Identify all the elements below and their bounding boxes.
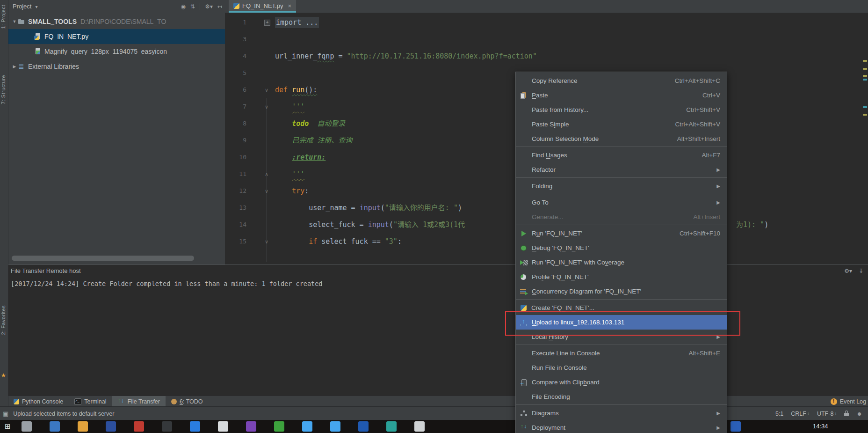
error-stripe-mark[interactable] — [863, 68, 867, 70]
settings-gear-icon[interactable]: ⚙▾ — [205, 0, 213, 13]
event-log-button[interactable]: Event Log — [831, 398, 868, 405]
caret-position-widget[interactable]: 5:1 — [775, 411, 783, 417]
error-stripe-mark[interactable] — [863, 114, 867, 116]
menu-item-deployment[interactable]: Deployment▶ — [516, 420, 727, 433]
icon-slot — [520, 350, 528, 357]
code-line-4[interactable]: 4url_inner_fqnp = "http://10.17.251.16:8… — [225, 48, 861, 65]
code-line-1[interactable]: 1+import ... — [225, 14, 861, 31]
tree-row-small-tools[interactable]: ▼SMALL_TOOLSD:\RINPO\CODE\SMALL_TO — [8, 14, 225, 29]
scroll-to-end-icon[interactable]: ↧ — [859, 265, 863, 277]
readonly-lock-icon[interactable] — [844, 413, 849, 416]
menu-item-paste-simple[interactable]: Paste SimpleCtrl+Alt+Shift+V — [516, 117, 727, 132]
chevron-expanded-icon[interactable]: ▼ — [11, 19, 18, 24]
taskbar-app-icon-10[interactable] — [274, 421, 284, 432]
diagrams-icon — [520, 410, 528, 417]
menu-item-run-fq-in-net[interactable]: Run 'FQ_IN_NET'Ctrl+Shift+F10 — [516, 226, 727, 241]
toolwindow-button-project[interactable]: 1: Project — [0, 5, 6, 29]
tool-tab-terminal[interactable]: Terminal — [69, 396, 112, 407]
tool-tab-6-todo[interactable]: 6: TODO — [166, 396, 209, 407]
start-button[interactable]: ⊞ — [5, 422, 11, 431]
menu-item-label: Run File in Console — [532, 364, 587, 371]
menu-item-diagrams[interactable]: Diagrams▶ — [516, 406, 727, 420]
menu-item-debug-fq-in-net[interactable]: Debug 'FQ_IN_NET' — [516, 241, 727, 255]
menu-item-paste[interactable]: PasteCtrl+V — [516, 88, 727, 103]
project-panel-title[interactable]: Project — [13, 3, 31, 10]
toolwindow-button-favorites[interactable]: 2: Favorites — [0, 305, 6, 335]
fold-marker-icon[interactable]: ∨ — [262, 233, 271, 250]
locate-icon[interactable]: ◉ — [181, 0, 186, 13]
taskbar-app-icon-15[interactable] — [414, 421, 425, 432]
editor-tab[interactable]: FQ_IN_NET.py × — [229, 0, 296, 13]
fold-marker-icon[interactable]: ∨ — [262, 98, 271, 115]
error-stripe-mark[interactable] — [863, 79, 867, 81]
menu-item-generate[interactable]: Generate...Alt+Insert — [516, 210, 727, 224]
chevron-down-icon[interactable]: ▾ — [35, 4, 37, 9]
menu-item-run-fq-in-net-with-coverage[interactable]: Run 'FQ_IN_NET' with Coverage — [516, 255, 727, 270]
horizontal-scrollbar[interactable] — [12, 256, 194, 261]
tool-tab-python-console[interactable]: Python Console — [8, 396, 69, 407]
menu-item-go-to[interactable]: Go To▶ — [516, 195, 727, 210]
bottom-tool-tabs: Python ConsoleTerminalFile Transfer6: TO… — [8, 396, 868, 407]
menu-item-file-encoding[interactable]: File Encoding — [516, 389, 727, 404]
taskbar-app-icon-8[interactable] — [218, 421, 228, 432]
line-number: 15 — [225, 233, 246, 250]
tree-row-magnify-query-128px-1194075-easyicon[interactable]: Magnify_query_128px_1194075_easyicon — [8, 44, 225, 59]
code-text: ''' — [275, 98, 304, 115]
menu-item-find-usages[interactable]: Find UsagesAlt+F7 — [516, 148, 727, 162]
taskbar-app-icon-2[interactable] — [50, 421, 60, 432]
tree-item-path: D:\RINPO\CODE\SMALL_TO — [80, 18, 166, 25]
icon-slot — [520, 166, 528, 174]
error-stripe-mark[interactable] — [863, 75, 867, 77]
taskbar-app-icon-3[interactable] — [78, 421, 88, 432]
concurrency-icon — [520, 288, 528, 295]
error-stripe-mark[interactable] — [863, 60, 867, 62]
tool-tab-file-transfer[interactable]: File Transfer — [112, 396, 166, 407]
menu-item-concurrency-diagram-for-fq-in-net[interactable]: Concurrency Diagram for 'FQ_IN_NET' — [516, 284, 727, 299]
tree-row-fq-in-net-py[interactable]: FQ_IN_NET.py — [8, 29, 225, 44]
code-line-3[interactable]: 3 — [225, 31, 861, 48]
collapse-all-icon[interactable]: ⇅ — [190, 0, 195, 13]
taskbar-app-icon-11[interactable] — [302, 421, 312, 432]
menu-item-folding[interactable]: Folding▶ — [516, 179, 727, 193]
chevron-collapsed-icon[interactable]: ▶ — [11, 64, 18, 69]
taskbar-app-icon-12[interactable] — [330, 421, 340, 432]
menu-item-compare-with-clipboard[interactable]: Compare with Clipboard — [516, 375, 727, 389]
menu-item-execute-line-in-console[interactable]: Execute Line in ConsoleAlt+Shift+E — [516, 346, 727, 360]
menu-item-column-selection-mode[interactable]: Column Selection ModeAlt+Shift+Insert — [516, 132, 727, 146]
line-ending-widget[interactable]: CRLF↕ — [791, 411, 810, 417]
menu-separator — [516, 299, 727, 301]
paste-icon — [520, 92, 528, 99]
encoding-widget[interactable]: UTF-8↕ — [817, 411, 837, 417]
tree-row-external-libraries[interactable]: ▶External Libraries — [8, 59, 225, 74]
taskbar-app-icon-right[interactable] — [731, 421, 741, 432]
fold-marker-icon[interactable]: + — [264, 20, 270, 26]
hide-panel-icon[interactable]: ↤ — [217, 0, 222, 13]
python-file-icon — [34, 33, 42, 40]
gear-icon[interactable]: ⚙▾ — [844, 265, 852, 277]
menu-item-shortcut: Ctrl+Alt+Shift+V — [675, 121, 720, 128]
menu-item-paste-from-history[interactable]: Paste from History...Ctrl+Shift+V — [516, 103, 727, 117]
fold-marker-icon[interactable]: ∧ — [262, 166, 271, 183]
menu-item-refactor[interactable]: Refactor▶ — [516, 162, 727, 177]
menu-item-copy-reference[interactable]: Copy ReferenceCtrl+Alt+Shift+C — [516, 73, 727, 88]
error-stripe-mark[interactable] — [863, 106, 867, 108]
fold-marker-icon[interactable]: ∨ — [262, 81, 271, 98]
taskbar-app-icon-9[interactable] — [246, 421, 256, 432]
toolwindow-button-structure[interactable]: 7: Structure — [0, 75, 6, 104]
taskbar-clock[interactable]: 14:34 — [813, 423, 828, 430]
close-tab-icon[interactable]: × — [288, 2, 291, 9]
inspection-profile-icon[interactable]: ☻ — [856, 411, 862, 417]
taskbar-app-icon-13[interactable] — [358, 421, 369, 432]
menu-item-shortcut: Ctrl+V — [702, 92, 720, 99]
menu-item-run-file-in-console[interactable]: Run File in Console — [516, 360, 727, 375]
menu-item-profile-fq-in-net[interactable]: Profile 'FQ_IN_NET' — [516, 270, 727, 284]
taskbar-app-icon-14[interactable] — [386, 421, 397, 432]
taskbar-app-icon-7[interactable] — [190, 421, 200, 432]
favorites-star-icon[interactable]: ★ — [1, 372, 6, 379]
toolwindow-toggle-icon[interactable]: ▣ — [3, 410, 8, 417]
taskbar-app-icon-4[interactable] — [106, 421, 116, 432]
taskbar-app-icon-6[interactable] — [162, 421, 172, 432]
fold-marker-icon[interactable]: ∨ — [262, 183, 271, 199]
taskbar-app-icon-1[interactable] — [22, 421, 32, 432]
taskbar-app-icon-5[interactable] — [134, 421, 144, 432]
